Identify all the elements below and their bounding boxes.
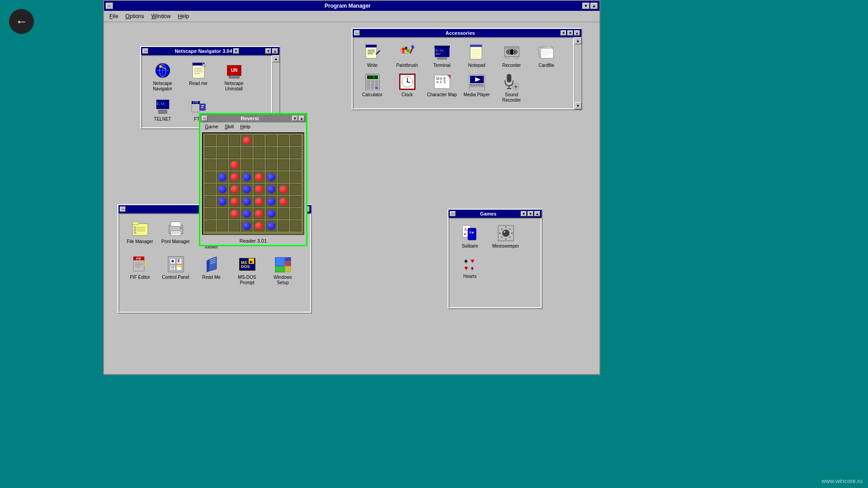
pm-system-menu[interactable]: ─ xyxy=(106,3,113,9)
reversi-minimize[interactable]: ▲ xyxy=(299,116,305,121)
reversi-cell[interactable] xyxy=(205,221,216,231)
icon-readme-netscape[interactable]: Read me xyxy=(181,60,215,94)
reversi-cell[interactable] xyxy=(205,147,216,158)
icon-cardfile[interactable]: Cardfile xyxy=(529,42,563,70)
reversi-cell[interactable] xyxy=(205,196,216,207)
reversi-dropdown[interactable]: ▼ xyxy=(292,116,298,121)
reversi-cell[interactable] xyxy=(278,208,289,219)
reversi-cell[interactable] xyxy=(266,208,277,219)
reversi-cell[interactable] xyxy=(229,135,240,146)
reversi-cell[interactable] xyxy=(278,160,289,170)
icon-calculator[interactable]: 0. Calculator xyxy=(355,71,389,105)
icon-controlpanel[interactable]: Control Panel xyxy=(159,253,193,287)
icon-paintbrush[interactable]: Paintbrush xyxy=(390,42,424,70)
reversi-cell[interactable] xyxy=(217,147,228,158)
icon-netscape-navigator[interactable]: Netscape Navigator xyxy=(146,60,179,94)
reversi-cell[interactable] xyxy=(266,135,277,146)
back-button[interactable]: ← xyxy=(9,9,34,34)
accessories-sysmenu[interactable]: ─ xyxy=(354,30,360,36)
reversi-cell[interactable] xyxy=(241,147,252,158)
reversi-cell[interactable] xyxy=(278,196,289,207)
reversi-cell[interactable] xyxy=(254,184,264,195)
main-sysmenu[interactable]: ─ xyxy=(120,206,126,212)
icon-notepad[interactable]: Notepad xyxy=(460,42,494,70)
reversi-menu-game[interactable]: Game xyxy=(202,123,221,130)
reversi-cell[interactable] xyxy=(217,160,228,170)
reversi-cell[interactable] xyxy=(229,147,240,158)
reversi-cell[interactable] xyxy=(205,172,216,183)
reversi-cell[interactable] xyxy=(254,221,264,231)
reversi-cell[interactable] xyxy=(278,135,289,146)
reversi-cell[interactable] xyxy=(241,208,252,219)
icon-uninstall[interactable]: UN Netscape Uninstall xyxy=(217,60,251,94)
reversi-cell[interactable] xyxy=(290,208,301,219)
icon-write[interactable]: Write xyxy=(355,42,389,70)
reversi-cell[interactable] xyxy=(278,184,289,195)
reversi-cell[interactable] xyxy=(217,196,228,207)
pm-minimize-btn[interactable]: ▼ xyxy=(582,3,590,9)
scroll-up[interactable]: ▲ xyxy=(575,37,582,44)
reversi-cell[interactable] xyxy=(254,172,264,183)
reversi-cell[interactable] xyxy=(229,160,240,170)
reversi-sysmenu[interactable]: ─ xyxy=(202,116,208,121)
reversi-cell[interactable] xyxy=(278,172,289,183)
reversi-cell[interactable] xyxy=(229,208,240,219)
accessories-maximize[interactable]: ▲ xyxy=(574,30,580,36)
reversi-cell[interactable] xyxy=(229,221,240,231)
icon-winsetup[interactable]: Windows Setup xyxy=(266,253,300,287)
menu-file[interactable]: File xyxy=(106,12,122,20)
reversi-cell[interactable] xyxy=(290,221,301,231)
icon-clock[interactable]: Clock xyxy=(390,71,424,105)
menu-window[interactable]: Window xyxy=(148,12,175,20)
icon-printmanager[interactable]: Print Manager xyxy=(159,218,193,252)
reversi-menu-skill[interactable]: Skill xyxy=(222,123,236,130)
reversi-cell[interactable] xyxy=(254,147,264,158)
netscape-maximize[interactable]: ▲ xyxy=(272,48,278,54)
icon-hearts[interactable]: ♠♥♥♦ Hearts xyxy=(453,253,487,281)
reversi-cell[interactable] xyxy=(229,184,240,195)
icon-pifeditor[interactable]: PIF PIF Editor xyxy=(123,253,157,287)
reversi-cell[interactable] xyxy=(241,184,252,195)
accessories-minimize[interactable]: ▼ xyxy=(567,30,573,36)
reversi-cell[interactable] xyxy=(241,196,252,207)
reversi-cell[interactable] xyxy=(266,147,277,158)
reversi-cell[interactable] xyxy=(241,172,252,183)
games-minimize[interactable]: ▼ xyxy=(528,211,533,216)
menu-options[interactable]: Options xyxy=(122,12,147,20)
icon-telnet[interactable]: C:\>_ TELNET xyxy=(146,95,179,124)
icon-minesweeper[interactable]: Minesweeper xyxy=(489,222,523,251)
icon-msdos[interactable]: MSDOS▶ MS-DOS Prompt xyxy=(230,253,264,287)
icon-recorder[interactable]: Recorder xyxy=(495,42,528,70)
accessories-dropdown[interactable]: ▼ xyxy=(561,30,566,36)
pm-maximize-btn[interactable]: ▲ xyxy=(590,3,598,9)
reversi-cell[interactable] xyxy=(266,196,277,207)
reversi-cell[interactable] xyxy=(217,184,228,195)
icon-readme-main[interactable]: Read Me xyxy=(194,253,228,287)
reversi-cell[interactable] xyxy=(217,135,228,146)
netscape-minimize[interactable]: ▼ xyxy=(265,48,271,54)
icon-solitaire-games[interactable]: A♥K♠ Solitaire xyxy=(453,222,487,251)
games-maximize[interactable]: ▲ xyxy=(534,211,540,216)
icon-filemanager[interactable]: File Manager xyxy=(123,218,157,252)
reversi-cell[interactable] xyxy=(205,208,216,219)
reversi-cell[interactable] xyxy=(229,196,240,207)
reversi-cell[interactable] xyxy=(241,160,252,170)
menu-help[interactable]: Help xyxy=(174,12,193,20)
reversi-cell[interactable] xyxy=(241,221,252,231)
reversi-cell[interactable] xyxy=(217,208,228,219)
netscape-scroll-up[interactable]: ▲ xyxy=(273,55,280,62)
icon-terminal[interactable]: C:\>_dir Terminal xyxy=(425,42,459,70)
reversi-cell[interactable] xyxy=(254,208,264,219)
scroll-down[interactable]: ▼ xyxy=(575,102,582,109)
reversi-cell[interactable] xyxy=(290,184,301,195)
reversi-cell[interactable] xyxy=(266,221,277,231)
reversi-cell[interactable] xyxy=(205,135,216,146)
icon-charmap[interactable]: ΩαßπλΣ Character Map xyxy=(425,71,459,105)
reversi-cell[interactable] xyxy=(254,160,264,170)
netscape-sysmenu[interactable]: ─ xyxy=(142,48,148,54)
reversi-cell[interactable] xyxy=(266,184,277,195)
games-sysmenu[interactable]: ─ xyxy=(450,211,456,216)
reversi-menu-help[interactable]: Help xyxy=(237,123,253,130)
reversi-cell[interactable] xyxy=(266,160,277,170)
reversi-cell[interactable] xyxy=(217,221,228,231)
